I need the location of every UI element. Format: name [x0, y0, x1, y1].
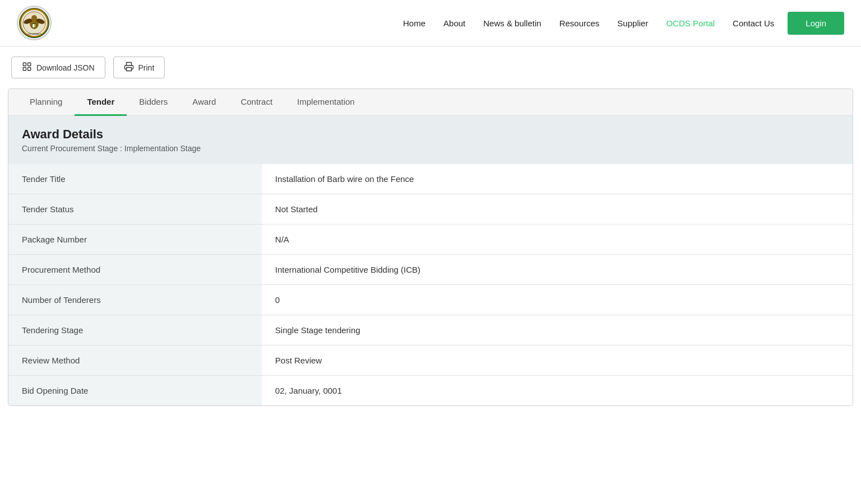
svg-rect-13	[28, 68, 31, 71]
header: ANAMBRA Home About News & bulletin Resou…	[0, 0, 861, 46]
logo: ANAMBRA	[17, 6, 52, 40]
table-row: Tendering Stage Single Stage tendering	[8, 315, 853, 346]
print-icon	[124, 62, 134, 73]
tab-planning[interactable]: Planning	[17, 89, 75, 116]
row-label: Tender Status	[8, 194, 262, 225]
tab-implementation[interactable]: Implementation	[285, 89, 367, 116]
row-value: Installation of Barb wire on the Fence	[262, 164, 853, 194]
table-row: Bid Opening Date 02, January, 0001	[8, 376, 853, 406]
main-nav: Home About News & bulletin Resources Sup…	[403, 18, 774, 28]
download-icon	[22, 62, 32, 73]
row-label: Tender Title	[8, 164, 262, 194]
print-label: Print	[138, 63, 155, 72]
table-row: Tender Status Not Started	[8, 194, 853, 225]
row-value: Not Started	[262, 194, 853, 225]
table-row: Number of Tenderers 0	[8, 285, 853, 315]
svg-rect-8	[34, 24, 36, 27]
detail-table: Tender Title Installation of Barb wire o…	[8, 164, 853, 405]
tab-tender[interactable]: Tender	[75, 89, 127, 116]
tab-award[interactable]: Award	[180, 89, 228, 116]
svg-text:ANAMBRA: ANAMBRA	[27, 32, 41, 35]
print-button[interactable]: Print	[113, 57, 165, 78]
svg-rect-12	[28, 63, 31, 66]
award-subtitle: Current Procurement Stage : Implementati…	[22, 144, 839, 153]
row-value: Single Stage tendering	[262, 315, 853, 346]
login-button[interactable]: Login	[788, 12, 844, 35]
main-card: Planning Tender Bidders Award Contract I…	[8, 88, 853, 406]
table-row: Package Number N/A	[8, 225, 853, 255]
svg-point-5	[31, 15, 37, 21]
table-row: Review Method Post Review	[8, 346, 853, 376]
nav-contact[interactable]: Contact Us	[733, 18, 774, 28]
svg-rect-11	[23, 68, 26, 71]
nav-resources[interactable]: Resources	[559, 18, 600, 28]
logo-image: ANAMBRA	[19, 8, 49, 38]
row-value: Post Review	[262, 346, 853, 376]
row-label: Tendering Stage	[8, 315, 262, 346]
table-row: Tender Title Installation of Barb wire o…	[8, 164, 853, 194]
award-header: Award Details Current Procurement Stage …	[8, 116, 853, 164]
nav-news[interactable]: News & bulletin	[483, 18, 541, 28]
logo-wrap: ANAMBRA	[17, 6, 52, 40]
row-value: N/A	[262, 225, 853, 255]
table-row: Procurement Method International Competi…	[8, 255, 853, 285]
toolbar: Download JSON Print	[0, 46, 861, 88]
row-label: Number of Tenderers	[8, 285, 262, 315]
row-value: International Competitive Bidding (ICB)	[262, 255, 853, 285]
download-json-label: Download JSON	[36, 63, 95, 72]
row-label: Package Number	[8, 225, 262, 255]
svg-rect-14	[126, 68, 131, 71]
tabs: Planning Tender Bidders Award Contract I…	[8, 89, 853, 116]
tab-bidders[interactable]: Bidders	[127, 89, 180, 116]
row-value: 02, January, 0001	[262, 376, 853, 406]
nav-about[interactable]: About	[443, 18, 465, 28]
svg-rect-7	[33, 24, 34, 27]
svg-rect-10	[23, 63, 26, 66]
download-json-button[interactable]: Download JSON	[11, 57, 105, 78]
row-value: 0	[262, 285, 853, 315]
row-label: Procurement Method	[8, 255, 262, 285]
nav-ocds[interactable]: OCDS Portal	[666, 18, 715, 28]
award-title: Award Details	[22, 127, 839, 142]
nav-supplier[interactable]: Supplier	[617, 18, 648, 28]
row-label: Bid Opening Date	[8, 376, 262, 406]
row-label: Review Method	[8, 346, 262, 376]
nav-home[interactable]: Home	[403, 18, 425, 28]
tab-contract[interactable]: Contract	[228, 89, 285, 116]
